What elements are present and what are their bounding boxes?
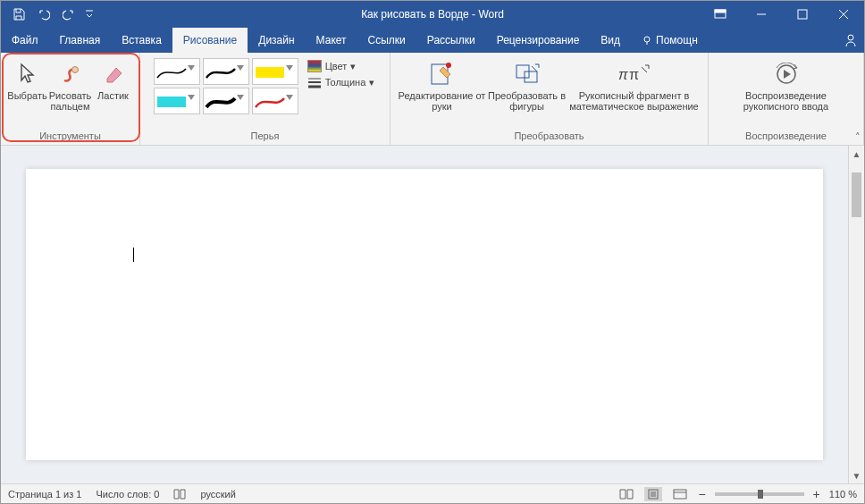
zoom-out-button[interactable]: − (698, 487, 705, 501)
zoom-in-button[interactable]: + (813, 487, 820, 501)
maximize-button[interactable] (782, 1, 823, 28)
group-convert: Редактирование от руки Преобразовать в ф… (391, 53, 709, 145)
svg-point-6 (644, 37, 650, 42)
cursor-icon (18, 60, 38, 88)
window-controls (700, 1, 864, 28)
tab-insert[interactable]: Вставка (111, 28, 172, 53)
pen-yellow-highlight[interactable] (252, 58, 298, 85)
pen-black-med[interactable] (203, 58, 249, 85)
document-page[interactable] (26, 169, 823, 460)
scroll-up-button[interactable]: ▲ (849, 146, 864, 162)
chevron-down-icon: ▾ (369, 77, 374, 88)
tab-draw[interactable]: Рисование (172, 28, 248, 53)
ink-editor-icon (429, 60, 456, 88)
svg-rect-10 (256, 67, 284, 78)
eraser-icon (102, 60, 125, 88)
share-button[interactable] (843, 32, 859, 48)
group-tools-label: Инструменты (39, 130, 101, 143)
eraser-button[interactable]: Ластик (92, 56, 135, 101)
tab-file[interactable]: Файл (1, 28, 49, 53)
workspace: ▲ ▼ (1, 146, 864, 483)
svg-point-9 (71, 67, 78, 73)
group-pens: Цвет ▾ Толщина ▾ Перья (140, 53, 391, 145)
close-button[interactable] (823, 1, 864, 28)
pen-cyan-highlight[interactable] (154, 88, 200, 114)
svg-text:π: π (629, 67, 639, 82)
group-replay: Воспроизведение рукописного ввода Воспро… (709, 53, 864, 145)
ink-editor-button[interactable]: Редактирование от руки (398, 56, 487, 112)
svg-point-16 (446, 63, 451, 68)
undo-button[interactable] (31, 2, 56, 27)
zoom-slider[interactable] (715, 492, 804, 496)
svg-text:π: π (618, 67, 628, 82)
group-tools: Выбрать Рисовать пальцем Ластик Инструме… (1, 53, 140, 145)
pen-color-dropdown[interactable]: Цвет ▾ (307, 60, 375, 72)
view-print-layout[interactable] (644, 487, 662, 501)
tab-references[interactable]: Ссылки (357, 28, 416, 53)
quick-access-toolbar (1, 1, 97, 28)
zoom-level[interactable]: 110 % (829, 489, 857, 500)
chevron-down-icon: ▾ (350, 61, 356, 72)
replay-icon (773, 60, 800, 88)
text-cursor (133, 248, 134, 262)
svg-rect-18 (525, 71, 537, 82)
minimize-button[interactable] (741, 1, 782, 28)
group-pens-label: Перья (251, 130, 280, 143)
svg-rect-11 (157, 97, 186, 107)
book-icon (173, 489, 186, 500)
svg-point-8 (848, 35, 853, 40)
view-read-mode[interactable] (617, 487, 635, 501)
tab-layout[interactable]: Макет (306, 28, 357, 53)
group-replay-label: Воспроизведение (745, 130, 827, 143)
pen-thickness-dropdown[interactable]: Толщина ▾ (307, 76, 375, 88)
qat-customize[interactable] (81, 2, 97, 27)
window-title: Как рисовать в Ворде - Word (361, 8, 504, 21)
tab-mailings[interactable]: Рассылки (416, 28, 486, 53)
draw-touch-button[interactable]: Рисовать пальцем (49, 56, 92, 112)
select-button[interactable]: Выбрать (6, 56, 49, 101)
title-bar: Как рисовать в Ворде - Word (1, 1, 864, 28)
scroll-thumb[interactable] (852, 172, 861, 217)
ink-to-shape-button[interactable]: Преобразовать в фигуры (487, 56, 567, 112)
collapse-ribbon-button[interactable]: ˄ (855, 131, 861, 143)
ribbon: Выбрать Рисовать пальцем Ластик Инструме… (1, 53, 864, 146)
pen-black-thin[interactable] (154, 58, 200, 85)
tab-view[interactable]: Вид (590, 28, 631, 53)
lightbulb-icon (642, 35, 652, 46)
redo-button[interactable] (56, 2, 81, 27)
tab-review[interactable]: Рецензирование (486, 28, 591, 53)
pen-red[interactable] (252, 88, 298, 114)
ink-to-math-button[interactable]: ππ Рукописный фрагмент в математическое … (567, 56, 701, 112)
tab-home[interactable]: Главная (49, 28, 112, 53)
pen-black-thick[interactable] (203, 88, 249, 114)
status-page[interactable]: Страница 1 из 1 (8, 489, 81, 500)
save-button[interactable] (6, 2, 31, 27)
group-convert-label: Преобразовать (514, 130, 584, 143)
shapes-icon (514, 60, 541, 88)
status-spellcheck[interactable] (173, 489, 186, 500)
ribbon-tabs: Файл Главная Вставка Рисование Дизайн Ма… (1, 28, 864, 53)
tab-design[interactable]: Дизайн (248, 28, 305, 53)
svg-rect-1 (715, 10, 726, 13)
tab-tell-me[interactable]: Помощн (631, 28, 709, 53)
math-icon: ππ (618, 60, 651, 88)
svg-rect-3 (798, 10, 807, 19)
pen-gallery[interactable] (152, 56, 300, 116)
document-area[interactable] (1, 146, 848, 483)
view-web-layout[interactable] (671, 487, 689, 501)
svg-rect-26 (674, 490, 686, 499)
ink-replay-button[interactable]: Воспроизведение рукописного ввода (737, 56, 836, 112)
vertical-scrollbar[interactable]: ▲ ▼ (848, 146, 864, 483)
scroll-down-button[interactable]: ▼ (849, 467, 864, 483)
ribbon-display-button[interactable] (700, 1, 741, 28)
status-word-count[interactable]: Число слов: 0 (96, 489, 159, 500)
color-swatch-icon (307, 60, 322, 72)
finger-draw-icon (59, 60, 82, 88)
status-language[interactable]: русский (200, 489, 235, 500)
status-bar: Страница 1 из 1 Число слов: 0 русский − … (1, 483, 864, 503)
thickness-icon (307, 76, 322, 88)
